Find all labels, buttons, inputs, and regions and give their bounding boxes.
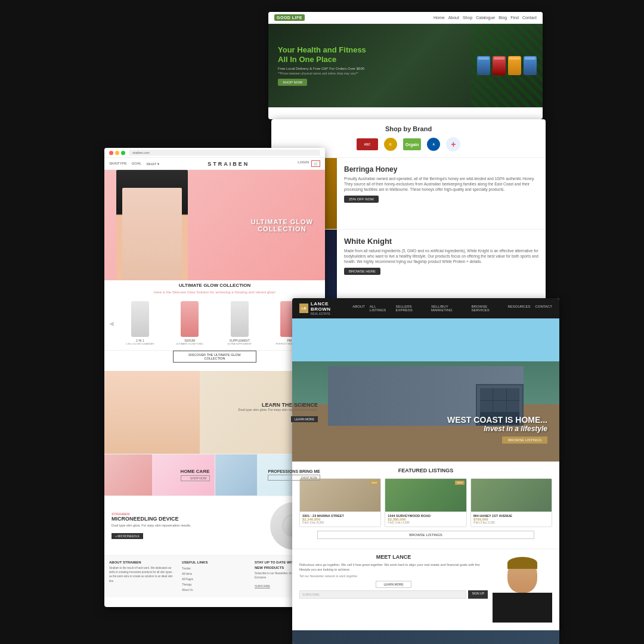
prev-arrow[interactable]: ◀: [109, 320, 114, 327]
listing-0: NEW 3301 - 23 MARINA STREET $2,340,000 5…: [299, 478, 381, 527]
brand-logo-abc[interactable]: ASC: [357, 138, 378, 150]
lance-logo-text-group: LANCE BROWN REAL ESTATE: [311, 301, 348, 315]
browse-listings-btn[interactable]: BROWSE LISTINGS: [317, 531, 534, 539]
whiteknight-description: Made from all natural ingredients (5, GM…: [344, 248, 538, 264]
nav-link-contact[interactable]: Contact: [522, 16, 537, 20]
nav-link-cat[interactable]: Catalogue: [476, 16, 495, 20]
straiben-browser-nav: straiben.com: [104, 148, 325, 158]
product-img-1: [181, 301, 199, 337]
nav-resources[interactable]: RESOURCES: [507, 305, 530, 312]
product-item-0: 2 IN 1 2-IN-1 GLOW CLEANSER: [116, 301, 164, 345]
whiteknight-text-area: White Knight Made from all natural ingre…: [337, 230, 546, 298]
browser-close-btn[interactable]: [109, 151, 113, 155]
portrait-head: [507, 557, 537, 593]
browser-url-bar[interactable]: straiben.com: [129, 150, 320, 156]
listing-badge-1: NEW: [455, 481, 464, 485]
home-care-btn[interactable]: SHOP NOW: [181, 475, 210, 481]
nav-skintype[interactable]: SKINTYPE: [109, 162, 127, 166]
whiteknight-cta-btn[interactable]: BROWSE HERE: [344, 268, 380, 275]
garage-panel: [507, 401, 519, 413]
listing-badge-0: NEW: [370, 481, 379, 485]
hero-browse-btn[interactable]: BROWSE LISTINGS: [502, 436, 547, 444]
listing-meta-2: 4 bd | 2 ba | 2,325: [473, 521, 549, 524]
nav-goal[interactable]: GOAL: [132, 162, 142, 166]
straiben-hero-text: ULTIMATE GLOW COLLECTION: [251, 218, 313, 233]
brand-logo-aif[interactable]: A: [427, 138, 440, 151]
nav-login[interactable]: LOGIN: [298, 160, 309, 167]
nav-link-home[interactable]: Home: [434, 16, 445, 20]
goodlife-hero: Your Health and Fitness All In One Place…: [268, 24, 543, 107]
listing-img-0: NEW: [300, 479, 380, 512]
goodlife-nav-links: Home About Shop Catalogue Blog Find Cont…: [434, 16, 537, 20]
lance-logo-square: LB: [299, 304, 308, 313]
nav-what[interactable]: WHAT ▾: [146, 162, 159, 166]
nav-link-about[interactable]: About: [448, 16, 459, 20]
home-care-col: HOME CARE SHOP NOW: [104, 454, 215, 496]
meet-lance-section: MEET LANCE Ridiculous wins go together. …: [292, 549, 559, 630]
brand-logo-gold[interactable]: G: [384, 138, 397, 151]
nav-extra-links: SKINTYPE GOAL WHAT ▾: [109, 162, 159, 166]
footer-links-title: USEFUL LINKS: [182, 561, 247, 564]
straiben-logo[interactable]: STRAIBEN: [208, 161, 249, 167]
goodlife-shop-btn[interactable]: SHOP NOW: [278, 79, 307, 86]
brand-section-title: Shop by Brand: [281, 125, 536, 132]
nav-marketing[interactable]: SELL/BUY MARKETING: [431, 305, 467, 312]
berringa-cta-btn[interactable]: 25% OFF NOW: [344, 196, 379, 203]
hero-headline-1: WEST COAST IS HOME...: [447, 415, 547, 425]
listing-meta-1: 4 bd | 3 ba | 4,200: [388, 521, 463, 524]
product-img-2: [231, 301, 249, 337]
product-item-1: SERUM ULTIMATE GLOW TONIC: [166, 301, 214, 345]
product-img-blue2: [524, 56, 537, 75]
hero-headline-2: Invest in a lifestyle: [447, 425, 547, 433]
product-label-0: 2-IN-1 GLOW CLEANSER: [116, 342, 164, 345]
straiben-hero: ULTIMATE GLOW COLLECTION: [104, 170, 325, 280]
nav-services[interactable]: BROWSE SERVICES: [472, 305, 503, 312]
garage-panel: [480, 388, 493, 400]
hero-title-line1: ULTIMATE GLOW: [251, 218, 313, 225]
featured-listings-section: FEATURED LISTINGS NEW 3301 - 23 MARINA S…: [292, 462, 559, 549]
browser-minimize-btn[interactable]: [115, 151, 119, 155]
lance-bottom-bar: © Lance Brown Real Estate. All Rights Re…: [292, 630, 559, 644]
nav-contact[interactable]: CONTACT: [535, 305, 552, 312]
nav-cart[interactable]: 🛒: [311, 160, 320, 167]
brand-logo-plus[interactable]: +: [446, 137, 460, 151]
lance-nav-links: ABOUT ALL LISTINGS SELLERS EXPRESS SELL/…: [352, 305, 552, 312]
microneedle-desc: Dual type skin glow. For easy skin rejuv…: [112, 524, 270, 527]
collection-sublabel: Here is the Skincare Glow Solution for a…: [104, 290, 325, 296]
goodlife-window: GOOD LIFE Home About Shop Catalogue Blog…: [268, 12, 543, 119]
lance-portrait: [493, 554, 552, 626]
microneedle-btn[interactable]: + MICRONEEDLE: [112, 533, 143, 539]
subscribe-btn[interactable]: SIGN UP: [468, 590, 488, 599]
science-learn-btn[interactable]: LEARN MORE: [291, 416, 318, 422]
learn-more-btn[interactable]: LEARN MORE: [376, 581, 411, 588]
featured-title: FEATURED LISTINGS: [299, 467, 552, 473]
listings-grid: NEW 3301 - 23 MARINA STREET $2,340,000 5…: [299, 478, 552, 527]
hero-model-image: [116, 170, 188, 280]
nav-link-find[interactable]: Find: [510, 16, 519, 20]
professional-title: PROFESSIONS BRING ME: [268, 469, 320, 473]
nav-sellers[interactable]: SELLERS EXPRESS: [396, 305, 427, 312]
home-care-text: HOME CARE SHOP NOW: [181, 469, 210, 481]
listing-img-1: NEW: [385, 479, 466, 512]
meet-title: MEET LANCE: [299, 554, 488, 560]
nav-listings[interactable]: ALL LISTINGS: [370, 305, 391, 312]
science-face-image: [104, 371, 200, 454]
product-label-2: ULTRA SUPPLEMENT: [216, 342, 264, 345]
nav-link-shop[interactable]: Shop: [463, 16, 472, 20]
subscribe-input[interactable]: SUBSCRIBE: [299, 590, 466, 599]
goodlife-nav: GOOD LIFE Home About Shop Catalogue Blog…: [268, 12, 543, 24]
browser-maximize-btn[interactable]: [121, 151, 125, 155]
browser-window-controls: [109, 151, 125, 155]
nav-link-blog[interactable]: Blog: [499, 16, 507, 20]
brand-logo-orgain[interactable]: Orgain: [403, 138, 422, 150]
product-item-2: SUPPLEMENT ULTRA SUPPLEMENT: [216, 301, 264, 345]
goodlife-hero-headline: Your Health and Fitness All In One Place: [278, 45, 366, 64]
berringa-text-area: Berringa Honey Proudly Australian owned …: [337, 158, 546, 229]
discover-collection-btn[interactable]: DISCOVER THE ULTIMATE GLOW COLLECTION: [173, 351, 256, 363]
professional-btn[interactable]: SHOP NOW: [268, 475, 320, 481]
goodlife-logo[interactable]: GOOD LIFE: [274, 14, 305, 21]
nav-about[interactable]: ABOUT: [352, 305, 365, 312]
collection-label: ULTIMATE GLOW COLLECTION: [104, 280, 325, 290]
lance-subtitle: REAL ESTATE: [311, 312, 348, 315]
product-label-1: ULTIMATE GLOW TONIC: [166, 342, 214, 345]
